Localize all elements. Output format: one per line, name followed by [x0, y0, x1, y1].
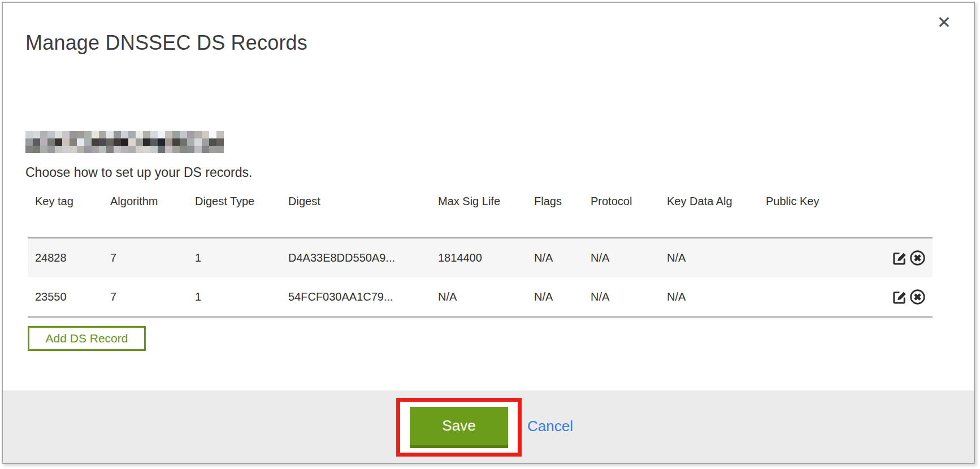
cell-flags: N/A	[534, 290, 591, 303]
row-actions	[891, 250, 933, 266]
cell-digest: 54FCF030AA1C79...	[288, 290, 438, 303]
dialog-subtitle: Choose how to set up your DS records.	[25, 165, 252, 180]
save-button-red-highlight: Save	[396, 398, 522, 457]
cell-key-tag: 24828	[35, 251, 110, 264]
cell-digest-type: 1	[195, 251, 288, 264]
dialog-title: Manage DNSSEC DS Records	[25, 31, 307, 55]
row-actions	[891, 289, 933, 305]
ds-records-table: Key tagAlgorithmDigest TypeDigestMax Sig…	[28, 190, 933, 318]
dialog-footer: Save Cancel	[3, 390, 974, 463]
column-header-key-data-alg: Key Data Alg	[667, 195, 766, 208]
column-header-algorithm: Algorithm	[110, 195, 195, 208]
table-header-row: Key tagAlgorithmDigest TypeDigestMax Sig…	[28, 190, 933, 238]
cell-flags: N/A	[534, 251, 591, 264]
cell-protocol: N/A	[591, 251, 667, 264]
ds-record-row: 2482871D4A33E8DD550A9...1814400N/AN/AN/A	[28, 238, 933, 277]
cell-algorithm: 7	[110, 290, 195, 303]
cell-algorithm: 7	[110, 251, 195, 264]
column-header-digest: Digest	[288, 195, 438, 208]
cell-key-data-alg: N/A	[667, 251, 766, 264]
column-header-flags: Flags	[534, 195, 591, 208]
ds-record-row: 235507154FCF030AA1C79...N/AN/AN/AN/A	[28, 277, 933, 316]
cell-digest: D4A33E8DD550A9...	[288, 251, 438, 264]
cell-digest-type: 1	[195, 290, 288, 303]
close-icon[interactable]: ✕	[937, 14, 951, 31]
cell-protocol: N/A	[591, 290, 667, 303]
edit-icon[interactable]	[891, 289, 908, 305]
delete-icon[interactable]	[909, 289, 926, 305]
edit-icon[interactable]	[891, 250, 908, 266]
save-button[interactable]: Save	[410, 407, 508, 448]
cell-max-sig-life: N/A	[438, 290, 534, 303]
delete-icon[interactable]	[909, 250, 926, 266]
redacted-domain-name	[25, 131, 224, 153]
add-ds-record-button[interactable]: Add DS Record	[28, 326, 146, 351]
cell-max-sig-life: 1814400	[438, 251, 534, 264]
manage-dnssec-dialog: Manage DNSSEC DS Records ✕ Choose how to…	[2, 2, 975, 464]
column-header-key-tag: Key tag	[35, 195, 110, 208]
column-header-digest-type: Digest Type	[195, 195, 288, 208]
cell-key-tag: 23550	[35, 290, 110, 303]
table-body: 2482871D4A33E8DD550A9...1814400N/AN/AN/A…	[28, 238, 933, 318]
column-header-public-key: Public Key	[766, 195, 884, 208]
cancel-link[interactable]: Cancel	[527, 418, 573, 435]
column-header-max-sig-life: Max Sig Life	[438, 195, 534, 208]
cell-key-data-alg: N/A	[667, 290, 766, 303]
column-header-protocol: Protocol	[591, 195, 667, 208]
